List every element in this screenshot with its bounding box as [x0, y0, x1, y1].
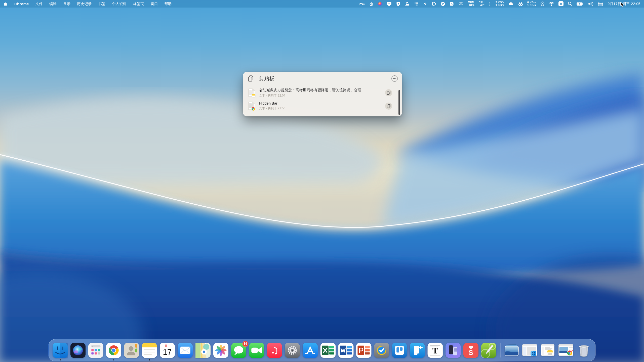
pointer-shield-icon[interactable] [540, 1, 545, 7]
svg-text:♫: ♫ [270, 345, 278, 355]
shield-keyhole-icon[interactable] [396, 1, 400, 7]
knot-icon[interactable] [518, 1, 523, 7]
maps-icon [195, 342, 211, 358]
dock-item-excel[interactable] [320, 342, 336, 358]
app-menus: 文件编辑显示历史记录书签个人资料标签页窗口帮助 [35, 2, 172, 6]
dock-item-calendar[interactable]: 周三17 [159, 342, 175, 358]
dock-item-settings[interactable] [285, 342, 300, 358]
menu-item[interactable]: 标签页 [133, 2, 144, 6]
clipboard-item-meta: 文本 · 拷贝于 22:04 [259, 94, 383, 98]
finder-icon [52, 342, 68, 358]
menu-item[interactable]: 个人资料 [112, 2, 127, 6]
clipboard-header: 剪贴板 [243, 72, 402, 85]
copy-button[interactable] [385, 103, 392, 110]
dock-item-mail[interactable] [177, 342, 193, 358]
tailscale-icon[interactable] [414, 1, 419, 7]
copy-button[interactable] [385, 89, 392, 96]
spotlight-icon[interactable] [568, 1, 572, 7]
dock-item-siri[interactable] [70, 342, 86, 358]
display-mirror-icon[interactable] [387, 1, 392, 7]
control-center-icon[interactable] [598, 1, 603, 7]
more-options-button[interactable] [391, 75, 398, 82]
dock-item-stack[interactable] [504, 342, 520, 358]
svg-text:T: T [432, 346, 438, 355]
dock-item-chrome[interactable] [106, 342, 122, 358]
k-square-icon[interactable]: K [450, 1, 454, 7]
scribble-icon[interactable] [359, 1, 365, 7]
notes-icon [142, 342, 157, 358]
dock-item-maps[interactable] [195, 342, 211, 358]
clipboard-list: 省防减救灾办提醒您：高考期间将有强降雨，请关注路况、合理... 文本 · 拷贝于… [243, 85, 402, 114]
excel-icon [320, 342, 336, 358]
meter-icon[interactable] [369, 1, 374, 7]
lightning-icon[interactable] [423, 1, 427, 7]
d-curve-icon[interactable] [432, 1, 436, 7]
input-method-icon[interactable]: ⌗ [558, 1, 564, 7]
apple-menu[interactable] [4, 1, 8, 6]
active-app-name[interactable]: Chrome [14, 2, 29, 6]
color-sphere-icon[interactable] [378, 1, 382, 7]
input-method-glyph: ⌗ [558, 1, 564, 6]
text-document-icon [248, 88, 256, 98]
dock-item-appstore[interactable] [302, 342, 318, 358]
scrollbar[interactable] [398, 90, 400, 115]
dock-item-launchpad[interactable] [88, 342, 104, 358]
dock-item-music[interactable]: ♫ [267, 342, 283, 358]
dock-item-notes[interactable] [142, 342, 157, 358]
dock-item-contacts[interactable] [124, 342, 140, 358]
craft-icon [410, 342, 425, 358]
clipboard-panel: 剪贴板 省防减救灾办提醒您：高考期间将有强降雨，请关注路况、合理... 文本 ·… [243, 72, 402, 116]
dock: 周三1736♫TS [49, 339, 596, 361]
menu-item[interactable]: 显示 [63, 2, 70, 6]
dock-item-win_notes[interactable] [540, 344, 556, 357]
notes-badge-icon [252, 94, 255, 97]
typora-icon: T [427, 342, 443, 358]
dock-item-redapp[interactable]: S [463, 342, 479, 358]
dock-item-finder[interactable] [52, 342, 68, 358]
powerpoint-icon [356, 342, 372, 358]
dock-item-word[interactable] [338, 342, 354, 358]
clipboard-item[interactable]: Hidden Bar 文本 · 拷贝于 21:56 [247, 100, 393, 112]
dock-item-omnigraffle[interactable] [481, 342, 497, 358]
svg-text:周三: 周三 [164, 344, 170, 347]
dock-item-messages[interactable]: 36 [231, 342, 247, 358]
mountain-icon[interactable] [405, 1, 410, 7]
wifi-icon[interactable] [549, 1, 554, 7]
dock-item-trello[interactable] [392, 342, 408, 358]
dock-item-craft[interactable] [410, 342, 425, 358]
dock-item-facetime[interactable] [249, 342, 265, 358]
p-circle-icon[interactable]: P [440, 1, 445, 7]
net-speed-primary[interactable]: 2 KB/s1 KB/s [496, 1, 504, 7]
memory-indicator[interactable]: MEM48% [468, 1, 474, 7]
text-caret [257, 76, 257, 82]
clipboard-item[interactable]: 省防减救灾办提醒您：高考期间将有强降雨，请关注路况、合理... 文本 · 拷贝于… [247, 86, 393, 100]
menu-item[interactable]: 文件 [35, 2, 43, 6]
win_finder-icon [522, 344, 538, 357]
dock-item-todo[interactable] [374, 342, 390, 358]
calendar-icon: 周三17 [159, 342, 175, 358]
menu-item[interactable]: 历史记录 [77, 2, 92, 6]
dock-item-powerpoint[interactable] [356, 342, 372, 358]
cloud-icon[interactable] [508, 1, 514, 7]
apple-logo-icon [4, 2, 7, 6]
menu-item[interactable]: 窗口 [150, 2, 158, 6]
net-speed-secondary[interactable]: 0 KB/s1 KB/s [527, 1, 536, 7]
menu-item[interactable]: 帮助 [164, 2, 172, 6]
dock-item-trash[interactable] [576, 342, 592, 358]
menu-item[interactable]: 编辑 [49, 2, 57, 6]
remote-icon [445, 342, 461, 358]
dock-item-remote[interactable] [445, 342, 461, 358]
menu-item[interactable]: 书签 [98, 2, 105, 6]
omnigraffle-icon [481, 342, 497, 358]
running-indicator [149, 359, 150, 360]
dock-item-win_finder[interactable] [522, 344, 538, 357]
double-circle-icon[interactable] [458, 1, 464, 7]
wallpaper [0, 0, 644, 362]
dock-item-photos[interactable] [213, 342, 229, 358]
volume-icon[interactable] [588, 1, 593, 7]
dock-item-win_chrome[interactable] [558, 344, 574, 357]
copy-docs-icon [248, 75, 254, 82]
cpu-indicator[interactable]: CPU43° [479, 1, 485, 7]
dock-item-typora[interactable]: T [427, 342, 443, 358]
battery-charging-icon[interactable] [577, 1, 584, 7]
